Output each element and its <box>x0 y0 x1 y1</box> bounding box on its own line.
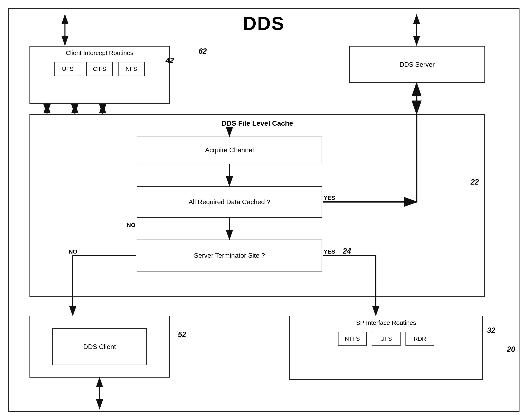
server-terminator-box: Server Terminator Site ? <box>137 239 322 271</box>
rdr-box: RDR <box>405 332 434 346</box>
sp-interface-box: SP Interface Routines NTFS UFS RDR <box>289 316 483 380</box>
dds-server-label: DDS Server <box>399 61 435 68</box>
client-intercept-box: Client Intercept Routines UFS CIFS NFS <box>29 46 170 104</box>
ref-24: 24 <box>343 247 351 255</box>
dds-server-box: DDS Server <box>349 46 485 83</box>
no1-label: NO <box>127 222 135 228</box>
acquire-channel-box: Acquire Channel <box>137 137 322 163</box>
dds-cache-label: DDS File Level Cache <box>221 119 293 127</box>
sp-interface-label: SP Interface Routines <box>356 319 416 326</box>
all-required-label: All Required Data Cached ? <box>189 198 270 206</box>
dds-client-outer-box: DDS Client <box>29 316 170 378</box>
nfs-box: NFS <box>118 62 145 76</box>
client-intercept-label: Client Intercept Routines <box>66 49 133 56</box>
yes1-label: YES <box>324 195 335 201</box>
cifs-box: CIFS <box>86 62 113 76</box>
dds-client-inner-box: DDS Client <box>52 328 147 365</box>
sp-ufs-box: UFS <box>372 332 400 346</box>
ref-32: 32 <box>487 326 495 335</box>
ufs-box: UFS <box>54 62 81 76</box>
ref-22: 22 <box>471 178 479 186</box>
server-terminator-label: Server Terminator Site ? <box>194 252 265 259</box>
no2-label: NO <box>69 248 77 255</box>
ntfs-box: NTFS <box>338 332 367 346</box>
ref-42: 42 <box>165 56 174 65</box>
all-required-box: All Required Data Cached ? <box>137 186 322 218</box>
acquire-channel-label: Acquire Channel <box>205 146 254 154</box>
ref-62: 62 <box>199 47 207 56</box>
ref-52: 52 <box>178 330 186 339</box>
dds-client-label: DDS Client <box>83 343 116 350</box>
dds-title: DDS <box>243 13 285 34</box>
yes2-label: YES <box>324 248 335 255</box>
ref-20: 20 <box>507 345 515 354</box>
diagram-outer: DDS 20 Client Intercept Routines UFS CIF… <box>8 8 519 412</box>
